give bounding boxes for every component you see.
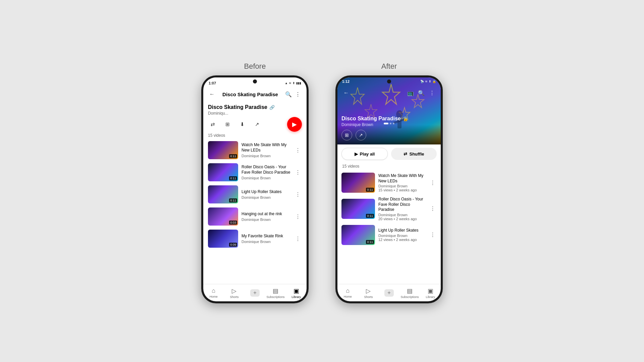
before-add-btn[interactable]: ⊞ xyxy=(223,120,232,129)
after-more-1[interactable]: ⋮ xyxy=(429,178,437,187)
before-thumb-2: 0:11 xyxy=(208,163,238,181)
shuffle-label: Shuffle xyxy=(409,152,424,157)
before-more-3[interactable]: ⋮ xyxy=(294,190,302,199)
after-video-channel-1: Dominique Brown xyxy=(378,184,425,188)
after-playlist-title: Disco Skating Paradise 🔒 xyxy=(341,116,437,122)
before-video-info-1: Watch Me Skate With My New LEDs Dominiqu… xyxy=(241,142,290,158)
after-nav-subscriptions[interactable]: ▤ Subscriptions xyxy=(399,284,420,301)
before-nav-library[interactable]: ▣ Library xyxy=(286,284,307,301)
before-duration-3: 0:11 xyxy=(229,198,237,202)
before-status-icons: ▲≋⬆▮▮▮ xyxy=(285,81,301,85)
after-verified-icon: 🔒 xyxy=(403,116,408,121)
after-video-meta-2: 20 views • 2 weeks ago xyxy=(378,217,425,221)
after-status-icons: 📡≋⬆🔒 xyxy=(420,80,436,83)
after-phone-frame: 1:12 📡≋⬆🔒 ← 📺 🔍 ⋮ xyxy=(335,75,443,303)
play-all-button[interactable]: ▶ Play all xyxy=(341,148,388,160)
table-row[interactable]: 0:11 Watch Me Skate With My New LEDs Dom… xyxy=(337,171,441,195)
after-nav-subs-label: Subscriptions xyxy=(401,295,419,299)
after-search-icon[interactable]: 🔍 xyxy=(417,88,426,98)
before-video-title-2: Roller Disco Oasis - Your Fave Roller Di… xyxy=(241,165,290,175)
after-header-image: 1:12 📡≋⬆🔒 ← 📺 🔍 ⋮ xyxy=(337,77,441,144)
before-video-count: 15 videos xyxy=(203,132,307,139)
before-shuffle-btn[interactable]: ⇄ xyxy=(208,120,217,129)
before-back-icon[interactable]: ← xyxy=(207,89,217,99)
table-row[interactable]: 0:11 Watch Me Skate With My New LEDs Dom… xyxy=(203,139,307,161)
before-more-5[interactable]: ⋮ xyxy=(294,234,302,243)
after-video-info-3: Light Up Roller Skates Dominique Brown 1… xyxy=(378,228,425,242)
after-back-icon[interactable]: ← xyxy=(341,88,351,98)
after-status-time: 1:12 xyxy=(342,79,350,83)
before-download-btn[interactable]: ⬇ xyxy=(237,120,247,129)
create-icon: ＋ xyxy=(250,289,260,297)
after-nav-home[interactable]: ⌂ Home xyxy=(337,284,358,301)
create-icon: ＋ xyxy=(384,289,394,297)
before-video-title-4: Hanging out at the rink xyxy=(241,212,290,217)
before-more-icon[interactable]: ⋮ xyxy=(293,89,303,99)
after-share-icon[interactable]: ↗ xyxy=(356,130,366,140)
before-share-btn[interactable]: ↗ xyxy=(252,120,262,129)
table-row[interactable]: 0:11 Light Up Roller Skates Dominique Br… xyxy=(337,223,441,247)
after-nav-create[interactable]: ＋ xyxy=(379,284,399,301)
subscriptions-icon: ▤ xyxy=(273,287,278,295)
before-nav-create[interactable]: ＋ xyxy=(245,284,265,301)
after-more-icon[interactable]: ⋮ xyxy=(427,88,437,98)
after-nav-home-label: Home xyxy=(344,295,352,298)
table-row[interactable]: 0:11 Roller Disco Oasis - Your Fave Roll… xyxy=(203,161,307,183)
before-nav-home[interactable]: ⌂ Home xyxy=(203,284,224,301)
play-shuffle-row: ▶ Play all ⇄ Shuffle xyxy=(337,144,441,163)
table-row[interactable]: 0:11 Light Up Roller Skates Dominique Br… xyxy=(203,183,307,205)
before-duration-5: 0:09 xyxy=(229,243,237,247)
before-nav-library-label: Library xyxy=(291,295,301,299)
before-nav-subs-label: Subscriptions xyxy=(267,295,285,299)
shorts-icon: ▷ xyxy=(232,287,236,295)
table-row[interactable]: 0:09 My Favorite Skate Rink Dominique Br… xyxy=(203,228,307,250)
before-video-title-1: Watch Me Skate With My New LEDs xyxy=(241,142,290,153)
before-nav-shorts-label: Shorts xyxy=(230,295,238,299)
before-more-4[interactable]: ⋮ xyxy=(294,212,302,221)
shuffle-icon: ⇄ xyxy=(404,152,407,157)
before-phone-screen: 1:07 ▲≋⬆▮▮▮ ← Disco Skating Paradise 🔍 ⋮… xyxy=(203,77,307,301)
table-row[interactable]: 0:11 Roller Disco Oasis - Your Fave Roll… xyxy=(337,195,441,223)
before-playlist-author: Dominiqu... xyxy=(208,111,302,116)
before-more-2[interactable]: ⋮ xyxy=(294,168,302,177)
after-nav-shorts[interactable]: ▷ Shorts xyxy=(358,284,379,301)
after-nav-icons-right: 📺 🔍 ⋮ xyxy=(406,88,437,98)
after-video-channel-2: Dominique Brown xyxy=(378,213,425,217)
after-thumb-wrapper-2: 0:11 xyxy=(341,199,375,219)
after-thumb-wrapper-1: 0:11 xyxy=(341,173,375,193)
before-label: Before xyxy=(244,62,266,71)
after-more-2[interactable]: ⋮ xyxy=(429,204,437,213)
after-action-row: ⊞ ↗ xyxy=(341,130,437,140)
after-nav-shorts-label: Shorts xyxy=(364,295,373,299)
before-search-icon[interactable]: 🔍 xyxy=(284,89,293,99)
after-add-icon[interactable]: ⊞ xyxy=(341,130,352,140)
before-link-icon: 🔗 xyxy=(269,105,275,110)
before-video-list: 0:11 Watch Me Skate With My New LEDs Dom… xyxy=(203,139,307,284)
before-bottom-nav: ⌂ Home ▷ Shorts ＋ ▤ Subscriptions xyxy=(203,284,307,301)
before-section: Before 1:07 ▲≋⬆▮▮▮ ← Disco Skating Parad… xyxy=(201,62,309,303)
after-nav-library[interactable]: ▣ Library xyxy=(420,284,441,301)
table-row[interactable]: 0:03 Hanging out at the rink Dominique B… xyxy=(203,205,307,228)
after-camera-notch xyxy=(387,79,391,83)
before-video-title-3: Light Up Roller Skates xyxy=(241,189,290,195)
before-nav-home-label: Home xyxy=(210,295,218,298)
before-video-info-2: Roller Disco Oasis - Your Fave Roller Di… xyxy=(241,165,290,180)
after-thumb-wrapper-3: 0:11 xyxy=(341,225,375,245)
shuffle-button[interactable]: ⇄ Shuffle xyxy=(391,148,437,160)
after-duration-1: 0:11 xyxy=(366,188,374,192)
home-icon: ⌂ xyxy=(212,287,215,294)
before-camera-notch xyxy=(253,79,257,83)
before-nav-shorts[interactable]: ▷ Shorts xyxy=(224,284,245,301)
before-video-info-3: Light Up Roller Skates Dominique Brown xyxy=(241,189,290,199)
before-more-1[interactable]: ⋮ xyxy=(294,146,302,155)
after-bottom-nav: ⌂ Home ▷ Shorts ＋ ▤ Subscriptions xyxy=(337,284,441,301)
after-cast-icon[interactable]: 📺 xyxy=(406,88,415,98)
before-video-info-5: My Favorite Skate Rink Dominique Brown xyxy=(241,234,290,244)
before-play-fab[interactable]: ▶ xyxy=(287,117,302,132)
after-video-title-1: Watch Me Skate With My New LEDs xyxy=(378,173,425,184)
after-more-3[interactable]: ⋮ xyxy=(429,230,437,239)
before-phone-frame: 1:07 ▲≋⬆▮▮▮ ← Disco Skating Paradise 🔍 ⋮… xyxy=(201,75,309,303)
after-nav-library-label: Library xyxy=(426,295,435,299)
after-video-title-2: Roller Disco Oasis - Your Fave Roller Di… xyxy=(378,197,425,213)
before-nav-subscriptions[interactable]: ▤ Subscriptions xyxy=(265,284,286,301)
